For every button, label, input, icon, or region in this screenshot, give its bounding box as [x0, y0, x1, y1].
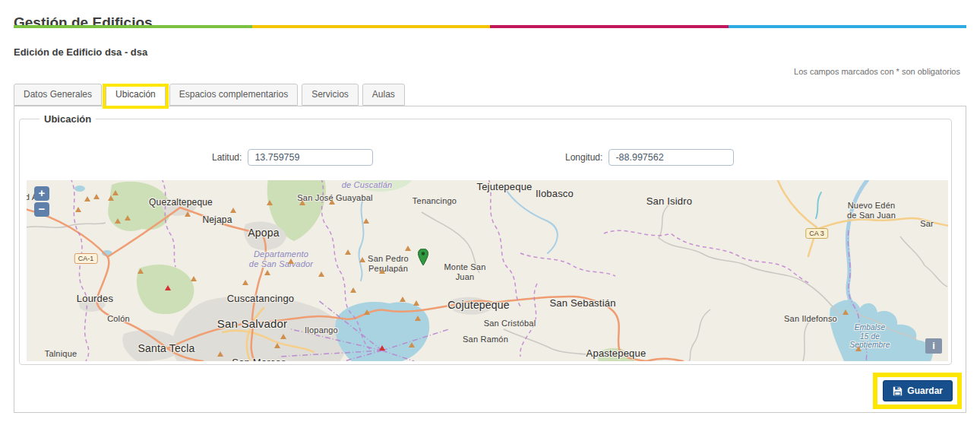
save-button-area: Guardar [883, 380, 953, 401]
peak-icon [400, 297, 406, 302]
peak-icon [379, 268, 385, 274]
peak-icon [405, 246, 411, 251]
volcano-icon [379, 345, 385, 351]
peak-icon [413, 300, 419, 306]
map-zoom-controls: + − [34, 186, 49, 218]
peak-icon [84, 196, 90, 201]
save-button-label: Guardar [907, 386, 943, 396]
peak-icon [364, 309, 370, 315]
peak-icon [855, 346, 861, 351]
save-button[interactable]: Guardar [883, 380, 953, 401]
peak-icon [75, 207, 81, 212]
tab-espacios-complementarios[interactable]: Espacios complementarios [169, 84, 298, 106]
map-marker-icon[interactable] [418, 249, 428, 269]
peak-icon [288, 259, 294, 264]
zoom-in-button[interactable]: + [34, 186, 49, 201]
tab-content-panel: Ubicación Latitud: Longitud: [14, 106, 966, 413]
peak-icon [267, 200, 273, 205]
peak-icon [359, 257, 365, 262]
peak-icon [112, 190, 119, 195]
required-fields-note: Los campos marcados con * son obligatori… [794, 67, 960, 76]
latitude-input[interactable] [248, 149, 373, 166]
edit-subtitle: Edición de Edificio dsa - dsa [14, 46, 147, 58]
peak-icon [274, 343, 280, 348]
peak-icon [264, 270, 270, 275]
peak-icon [842, 309, 849, 315]
tab-bar: Datos Generales Ubicación Espacios compl… [14, 84, 409, 107]
tab-datos-generales[interactable]: Datos Generales [14, 84, 102, 106]
peak-icon [350, 287, 356, 293]
peak-icon [185, 211, 191, 217]
peak-icon [138, 268, 144, 274]
divider-segment-pink [490, 25, 729, 28]
tab-aulas[interactable]: Aulas [362, 84, 405, 106]
peak-icon [217, 351, 223, 357]
peak-icon [125, 215, 131, 221]
peak-icon [280, 334, 286, 339]
peak-icon [191, 276, 197, 281]
peak-icon [230, 208, 236, 213]
peak-icon [318, 271, 324, 277]
zoom-out-button[interactable]: − [34, 202, 49, 217]
fieldset-legend: Ubicación [40, 113, 96, 125]
peak-icon [108, 195, 114, 201]
longitude-input[interactable] [609, 149, 734, 166]
peak-icon [115, 218, 121, 224]
peak-icon [329, 199, 335, 205]
divider-segment-green [14, 25, 252, 28]
peak-icon [345, 249, 351, 255]
peak-icon [242, 280, 248, 285]
map-attribution-info-button[interactable]: i [925, 338, 942, 354]
map-canvas[interactable]: + − i d ArceQuezaltepequeNejapaApopade C… [27, 180, 948, 361]
divider-segment-yellow [252, 25, 491, 28]
peak-icon [363, 218, 369, 224]
longitude-label: Longitud: [565, 152, 602, 163]
tab-ubicacion-label: Ubicación [115, 89, 156, 100]
map-base-tiles [27, 180, 948, 361]
volcano-icon [165, 285, 171, 290]
page-title: Gestión de Edificios [14, 14, 153, 31]
tab-ubicacion[interactable]: Ubicación [106, 84, 166, 107]
tab-servicios[interactable]: Servicios [302, 84, 359, 106]
peak-icon [299, 200, 305, 205]
ubicacion-fieldset: Ubicación Latitud: Longitud: [19, 113, 952, 365]
latitude-label: Latitud: [212, 152, 242, 163]
peak-icon [409, 342, 415, 347]
brand-divider-bar [14, 25, 966, 28]
divider-segment-blue [729, 25, 967, 28]
peak-icon [415, 316, 421, 321]
peak-icon [93, 194, 100, 199]
save-icon [893, 386, 903, 396]
